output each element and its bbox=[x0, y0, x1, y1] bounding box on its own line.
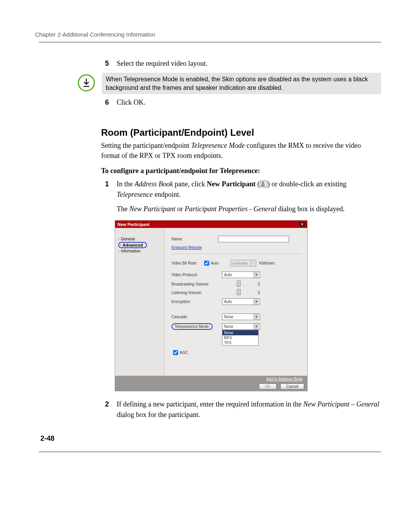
auto-checkbox-label: Auto bbox=[211, 261, 219, 265]
text-fragment-italic: New Participant bbox=[129, 205, 175, 213]
step-5: 5 Select the required video layout. bbox=[101, 58, 381, 69]
caret-icon: › bbox=[118, 249, 119, 253]
video-protocol-label: Video Protocol: bbox=[172, 273, 222, 277]
sidebar-item-information[interactable]: ›Information bbox=[118, 249, 162, 254]
step-number: 6 bbox=[101, 97, 109, 108]
section-heading: Room (Participant/Endpoint) Level bbox=[101, 127, 381, 138]
text-fragment: ( bbox=[256, 180, 260, 188]
text-fragment: dialog box for the participant. bbox=[117, 411, 200, 419]
dialog-form: Name: Endpoint Website Video Bit Rate: A… bbox=[164, 228, 307, 376]
text-fragment-italic: Telepresence Mode bbox=[191, 142, 245, 149]
name-label: Name: bbox=[172, 237, 218, 241]
cancel-button[interactable]: Cancel bbox=[280, 384, 304, 389]
broadcasting-slider[interactable] bbox=[222, 281, 254, 287]
video-protocol-select[interactable]: Auto bbox=[222, 272, 260, 278]
auto-checkbox[interactable] bbox=[204, 261, 209, 266]
bitrate-spinner[interactable]: Automatic bbox=[231, 260, 256, 266]
text-fragment-bold: New Participant bbox=[207, 180, 256, 188]
listening-slider[interactable] bbox=[222, 290, 254, 295]
dialog-footer-upper: Add to Address Book bbox=[115, 376, 307, 382]
telepresence-mode-label: Telepresence Mode: bbox=[172, 323, 213, 330]
text-fragment-italic: Address Book bbox=[135, 180, 173, 188]
encryption-select[interactable]: Auto bbox=[222, 298, 260, 305]
text-fragment: endpoint. bbox=[153, 191, 181, 198]
cascade-label: Cascade: bbox=[172, 315, 222, 319]
step-text: Select the required video layout. bbox=[117, 58, 381, 69]
note-text: When Telepresence Mode is enabled, the S… bbox=[102, 73, 381, 94]
intro-paragraph: Setting the participant/endpoint Telepre… bbox=[101, 140, 381, 161]
step-1: 1 In the Address Book pane, click New Pa… bbox=[101, 179, 381, 200]
endpoint-website-link[interactable]: Endpoint Website bbox=[172, 245, 202, 250]
text-fragment-italic: Participant Properties - General bbox=[185, 205, 276, 213]
broadcasting-value: 5 bbox=[258, 282, 260, 286]
chapter-header: Chapter 2-Additional Conferencing Inform… bbox=[35, 31, 381, 38]
dialog-sidebar: ›General ›Advanced ›Information bbox=[115, 228, 164, 376]
new-participant-icon bbox=[260, 180, 268, 187]
agc-checkbox[interactable] bbox=[173, 350, 178, 355]
text-fragment: In the bbox=[117, 180, 135, 188]
step-number: 1 bbox=[101, 179, 109, 200]
step-text: In the Address Book pane, click New Part… bbox=[117, 179, 381, 200]
telepresence-mode-select[interactable]: None bbox=[222, 323, 260, 330]
name-input[interactable] bbox=[218, 236, 289, 242]
page-number: 2-48 bbox=[40, 434, 54, 443]
step-number: 2 bbox=[101, 399, 109, 420]
step-text: If defining a new participant, enter the… bbox=[117, 399, 381, 420]
dropdown-option-tpx[interactable]: TPX bbox=[222, 340, 258, 345]
text-fragment: dialog box is displayed. bbox=[276, 205, 345, 213]
broadcasting-label: Broadcasting Volume: bbox=[172, 282, 222, 286]
main-content: 5 Select the required video layout. When… bbox=[101, 58, 381, 420]
add-to-address-book-link[interactable]: Add to Address Book bbox=[266, 377, 303, 381]
text-fragment-italic: Telepresence bbox=[117, 191, 153, 198]
dialog-title-text: New Participant bbox=[117, 222, 150, 227]
cascade-select[interactable]: None bbox=[222, 314, 260, 320]
caret-icon: › bbox=[120, 243, 121, 247]
bottom-divider bbox=[39, 451, 381, 452]
dialog-footer: OK Cancel bbox=[115, 382, 307, 391]
listening-label: Listening Volume: bbox=[172, 291, 222, 295]
step-text: Click OK. bbox=[117, 97, 381, 108]
text-fragment: Setting the participant/endpoint bbox=[101, 142, 191, 149]
dropdown-option-rpx[interactable]: RPX bbox=[222, 335, 258, 340]
separator bbox=[172, 254, 300, 254]
telepresence-dropdown-list[interactable]: None RPX TPX bbox=[222, 330, 259, 346]
sidebar-item-label: Advanced bbox=[122, 243, 143, 247]
listening-value: 5 bbox=[258, 291, 260, 295]
kbits-label: Kbits/sec bbox=[259, 261, 275, 265]
text-fragment: The bbox=[117, 205, 129, 213]
text-fragment-italic: New Participant – General bbox=[303, 400, 379, 408]
close-icon[interactable]: × bbox=[299, 222, 305, 227]
note-arrow-icon bbox=[78, 74, 95, 91]
encryption-label: Encryption: bbox=[172, 300, 222, 304]
note-callout: When Telepresence Mode is enabled, the S… bbox=[78, 73, 381, 94]
sidebar-item-advanced[interactable]: ›Advanced bbox=[118, 242, 147, 248]
step-2: 2 If defining a new participant, enter t… bbox=[101, 399, 381, 420]
text-fragment: ) or double-click an existing bbox=[268, 180, 346, 188]
dialog-titlebar: New Participant × bbox=[115, 221, 307, 228]
ok-button[interactable]: OK bbox=[259, 384, 276, 389]
top-divider bbox=[39, 42, 381, 43]
text-fragment: or bbox=[175, 205, 185, 213]
caret-icon: › bbox=[118, 237, 119, 241]
sidebar-item-label: Information bbox=[121, 249, 140, 253]
step-6: 6 Click OK. bbox=[101, 97, 381, 108]
step-number: 5 bbox=[101, 58, 109, 69]
agc-label: AGC bbox=[180, 350, 188, 355]
video-bit-rate-label: Video Bit Rate: bbox=[172, 261, 203, 265]
config-heading: To configure a participant/endpoint for … bbox=[101, 167, 381, 175]
text-fragment: If defining a new participant, enter the… bbox=[117, 400, 303, 408]
dropdown-option-none[interactable]: None bbox=[222, 330, 258, 335]
result-line: The New Participant or Participant Prope… bbox=[117, 204, 381, 214]
sidebar-item-label: General bbox=[121, 237, 135, 241]
text-fragment: pane, click bbox=[173, 180, 207, 188]
sidebar-item-general[interactable]: ›General bbox=[118, 236, 162, 242]
new-participant-dialog: New Participant × ›General ›Advanced ›In… bbox=[115, 220, 308, 391]
